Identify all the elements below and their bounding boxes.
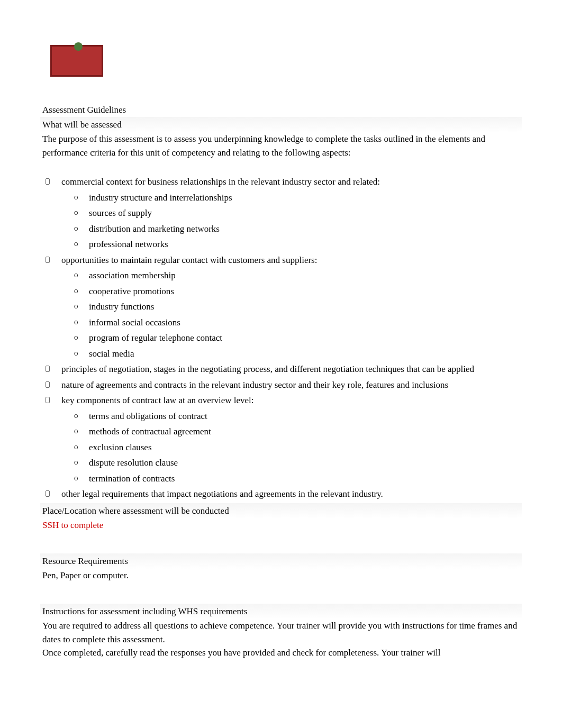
logo-dot [74,42,83,51]
bullet-text: key components of contract law at an ove… [61,395,253,405]
sub-bullet: social media [74,347,520,361]
heading-what-will-be-assessed: What will be assessed [40,117,522,133]
bullet-other-legal: other legal requirements that impact neg… [42,487,520,501]
assessment-bullet-list: commercial context for business relation… [42,175,520,501]
intro-text: The purpose of this assessment is to ass… [42,132,520,159]
sub-bullet: methods of contractual agreement [74,425,520,439]
sub-bullet: dispute resolution clause [74,456,520,470]
bullet-negotiation-principles: principles of negotiation, stages in the… [42,362,520,376]
bullet-contract-law: key components of contract law at an ove… [42,394,520,485]
heading-assessment-guidelines: Assessment Guidelines [42,103,520,117]
sub-bullet: distribution and marketing networks [74,222,520,236]
bullet-text: opportunities to maintain regular contac… [61,255,317,265]
sublist: industry structure and interrelationship… [61,191,520,251]
logo-image [50,45,103,77]
sub-bullet: association membership [74,269,520,283]
bullet-opportunities: opportunities to maintain regular contac… [42,253,520,361]
heading-place-location: Place/Location where assessment will be … [40,503,522,519]
spacer [42,532,520,553]
sublist: terms and obligations of contract method… [61,410,520,486]
sub-bullet: exclusion clauses [74,441,520,454]
sub-bullet: sources of supply [74,206,520,220]
bullet-text: commercial context for business relation… [61,177,380,187]
instructions-paragraph-1: You are required to address all question… [42,619,520,646]
sub-bullet: industry structure and interrelationship… [74,191,520,205]
sub-bullet: industry functions [74,300,520,314]
sub-bullet: terms and obligations of contract [74,410,520,423]
resource-text: Pen, Paper or computer. [42,569,520,583]
sub-bullet: professional networks [74,238,520,251]
sub-bullet: informal social occasions [74,316,520,330]
sub-bullet: termination of contracts [74,472,520,486]
ssh-to-complete-text: SSH to complete [42,518,520,532]
sub-bullet: program of regular telephone contact [74,331,520,345]
heading-instructions: Instructions for assessment including WH… [40,604,522,620]
spacer [42,583,520,604]
sub-bullet: cooperative promotions [74,285,520,298]
sublist: association membership cooperative promo… [61,269,520,360]
bullet-commercial-context: commercial context for business relation… [42,175,520,251]
instructions-paragraph-2: Once completed, carefully read the respo… [42,646,520,660]
heading-resource-requirements: Resource Requirements [40,553,522,569]
logo [42,45,111,98]
bullet-agreements-contracts: nature of agreements and contracts in th… [42,378,520,392]
